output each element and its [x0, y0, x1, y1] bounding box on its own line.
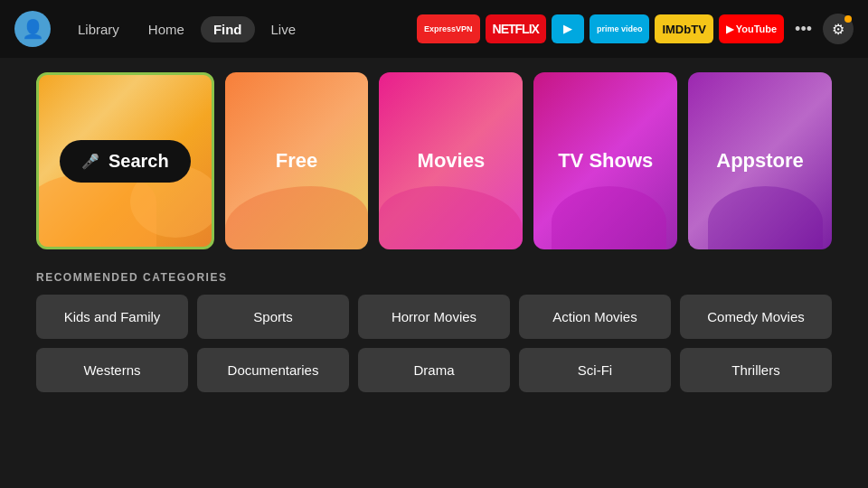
nav-home[interactable]: Home — [136, 16, 197, 42]
category-scifi[interactable]: Sci-Fi — [519, 348, 671, 392]
category-kids-family[interactable]: Kids and Family — [36, 295, 188, 339]
freevee-icon[interactable]: ▶ — [552, 14, 584, 43]
category-sports[interactable]: Sports — [197, 295, 349, 339]
free-tile[interactable]: Free — [225, 72, 369, 249]
tvshows-tile[interactable]: TV Shows — [533, 72, 677, 249]
categories-row-2: Westerns Documentaries Drama Sci-Fi Thri… — [36, 348, 832, 392]
movies-tile[interactable]: Movies — [379, 72, 523, 249]
categories-grid: Kids and Family Sports Horror Movies Act… — [36, 295, 832, 392]
settings-button[interactable]: ⚙ — [823, 14, 854, 44]
tvshows-label: TV Shows — [558, 149, 653, 173]
expressvpn-icon[interactable]: ExpressVPN — [417, 14, 480, 43]
appstore-label: Appstore — [716, 149, 804, 173]
top-navigation: 👤 Library Home Find Live ExpressVPN NETF… — [0, 0, 868, 58]
categories-row-1: Kids and Family Sports Horror Movies Act… — [36, 295, 832, 339]
recommended-title: RECOMMENDED CATEGORIES — [36, 271, 832, 284]
avatar-icon: 👤 — [22, 18, 44, 40]
settings-notification-dot — [844, 15, 852, 23]
category-comedy-movies[interactable]: Comedy Movies — [680, 295, 832, 339]
category-tiles-row: 🎤 Search Free Movies TV Shows Appstore — [36, 72, 832, 249]
nav-live[interactable]: Live — [259, 16, 309, 42]
search-label: Search — [108, 151, 169, 172]
nav-links: Library Home Find Live — [65, 16, 308, 42]
avatar[interactable]: 👤 — [14, 11, 51, 47]
microphone-icon: 🎤 — [81, 153, 99, 170]
category-thrillers[interactable]: Thrillers — [680, 348, 832, 392]
search-button[interactable]: 🎤 Search — [60, 140, 191, 183]
category-horror-movies[interactable]: Horror Movies — [358, 295, 510, 339]
movies-label: Movies — [418, 149, 486, 173]
youtube-icon[interactable]: ▶ YouTube — [719, 14, 784, 43]
category-drama[interactable]: Drama — [358, 348, 510, 392]
settings-icon: ⚙ — [832, 21, 844, 38]
free-label: Free — [276, 149, 317, 173]
app-icons-bar: ExpressVPN NETFLIX ▶ prime video IMDbTV … — [417, 14, 854, 44]
nav-library[interactable]: Library — [65, 16, 132, 42]
nav-find[interactable]: Find — [201, 16, 255, 42]
more-apps-button[interactable]: ••• — [789, 20, 817, 39]
recommended-section: RECOMMENDED CATEGORIES Kids and Family S… — [36, 271, 832, 392]
netflix-icon[interactable]: NETFLIX — [486, 14, 546, 43]
primevideo-icon[interactable]: prime video — [590, 14, 650, 43]
appstore-tile[interactable]: Appstore — [688, 72, 832, 249]
imdb-icon[interactable]: IMDbTV — [655, 14, 712, 43]
category-documentaries[interactable]: Documentaries — [197, 348, 349, 392]
main-content: 🎤 Search Free Movies TV Shows Appstore R… — [0, 58, 868, 407]
category-westerns[interactable]: Westerns — [36, 348, 188, 392]
search-tile[interactable]: 🎤 Search — [36, 72, 214, 249]
category-action-movies[interactable]: Action Movies — [519, 295, 671, 339]
